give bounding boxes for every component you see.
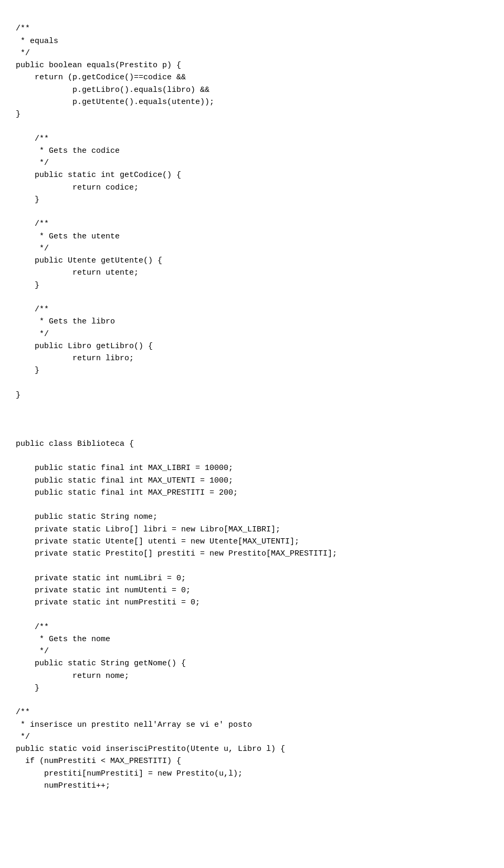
code-content: /** * equals */ public boolean equals(Pr… — [16, 11, 488, 792]
